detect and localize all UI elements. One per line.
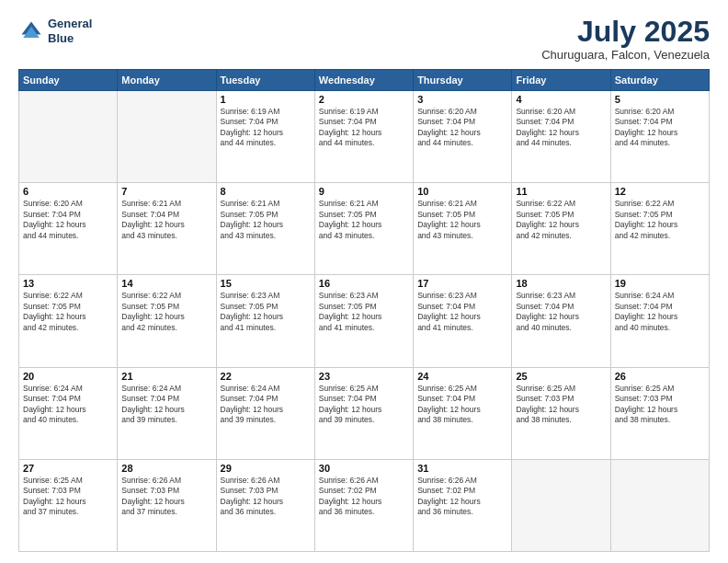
weekday-header: Saturday: [610, 70, 709, 91]
calendar-cell: 8Sunrise: 6:21 AM Sunset: 7:05 PM Daylig…: [216, 183, 314, 275]
weekday-header: Tuesday: [216, 70, 314, 91]
calendar-cell: 16Sunrise: 6:23 AM Sunset: 7:05 PM Dayli…: [314, 275, 413, 367]
title-block: July 2025 Churuguara, Falcon, Venezuela: [541, 17, 710, 62]
cell-info: Sunrise: 6:20 AM Sunset: 7:04 PM Dayligh…: [615, 107, 705, 149]
calendar-cell: 26Sunrise: 6:25 AM Sunset: 7:03 PM Dayli…: [610, 367, 709, 459]
logo-text: General Blue: [48, 17, 92, 45]
calendar-week-row: 6Sunrise: 6:20 AM Sunset: 7:04 PM Daylig…: [19, 183, 710, 275]
calendar-cell: [610, 459, 709, 551]
cell-info: Sunrise: 6:23 AM Sunset: 7:05 PM Dayligh…: [319, 291, 409, 333]
location: Churuguara, Falcon, Venezuela: [541, 48, 710, 62]
day-number: 13: [23, 278, 113, 289]
cell-info: Sunrise: 6:23 AM Sunset: 7:05 PM Dayligh…: [221, 291, 311, 333]
day-number: 25: [516, 371, 606, 382]
calendar-cell: 7Sunrise: 6:21 AM Sunset: 7:04 PM Daylig…: [118, 183, 216, 275]
cell-info: Sunrise: 6:22 AM Sunset: 7:05 PM Dayligh…: [23, 291, 113, 333]
day-number: 17: [417, 278, 507, 289]
month-title: July 2025: [541, 17, 710, 46]
calendar-week-row: 27Sunrise: 6:25 AM Sunset: 7:03 PM Dayli…: [19, 459, 710, 551]
cell-info: Sunrise: 6:24 AM Sunset: 7:04 PM Dayligh…: [221, 384, 311, 426]
day-number: 4: [516, 94, 606, 105]
weekday-header: Monday: [118, 70, 216, 91]
calendar-cell: 12Sunrise: 6:22 AM Sunset: 7:05 PM Dayli…: [610, 183, 709, 275]
cell-info: Sunrise: 6:21 AM Sunset: 7:05 PM Dayligh…: [417, 199, 507, 241]
day-number: 29: [221, 463, 311, 474]
calendar-week-row: 1Sunrise: 6:19 AM Sunset: 7:04 PM Daylig…: [19, 91, 710, 183]
calendar-table: SundayMondayTuesdayWednesdayThursdayFrid…: [18, 69, 710, 552]
cell-info: Sunrise: 6:26 AM Sunset: 7:03 PM Dayligh…: [221, 476, 311, 518]
cell-info: Sunrise: 6:22 AM Sunset: 7:05 PM Dayligh…: [121, 291, 211, 333]
day-number: 16: [319, 278, 409, 289]
calendar-cell: [19, 91, 118, 183]
cell-info: Sunrise: 6:24 AM Sunset: 7:04 PM Dayligh…: [23, 384, 113, 426]
calendar-cell: 10Sunrise: 6:21 AM Sunset: 7:05 PM Dayli…: [414, 183, 512, 275]
day-number: 1: [221, 94, 311, 105]
calendar-cell: 30Sunrise: 6:26 AM Sunset: 7:02 PM Dayli…: [314, 459, 413, 551]
logo: General Blue: [18, 17, 92, 45]
calendar-cell: [512, 459, 610, 551]
cell-info: Sunrise: 6:20 AM Sunset: 7:04 PM Dayligh…: [417, 107, 507, 149]
cell-info: Sunrise: 6:19 AM Sunset: 7:04 PM Dayligh…: [221, 107, 311, 149]
calendar-header-row: SundayMondayTuesdayWednesdayThursdayFrid…: [19, 70, 710, 91]
page: General Blue July 2025 Churuguara, Falco…: [0, 0, 728, 563]
calendar-cell: 3Sunrise: 6:20 AM Sunset: 7:04 PM Daylig…: [414, 91, 512, 183]
calendar-cell: 14Sunrise: 6:22 AM Sunset: 7:05 PM Dayli…: [118, 275, 216, 367]
day-number: 2: [319, 94, 409, 105]
cell-info: Sunrise: 6:24 AM Sunset: 7:04 PM Dayligh…: [121, 384, 211, 426]
day-number: 8: [221, 186, 311, 197]
day-number: 24: [417, 371, 507, 382]
cell-info: Sunrise: 6:26 AM Sunset: 7:02 PM Dayligh…: [319, 476, 409, 518]
header: General Blue July 2025 Churuguara, Falco…: [18, 17, 710, 62]
day-number: 5: [615, 94, 705, 105]
calendar-cell: 2Sunrise: 6:19 AM Sunset: 7:04 PM Daylig…: [314, 91, 413, 183]
calendar-cell: 28Sunrise: 6:26 AM Sunset: 7:03 PM Dayli…: [118, 459, 216, 551]
weekday-header: Friday: [512, 70, 610, 91]
cell-info: Sunrise: 6:21 AM Sunset: 7:05 PM Dayligh…: [319, 199, 409, 241]
cell-info: Sunrise: 6:22 AM Sunset: 7:05 PM Dayligh…: [516, 199, 606, 241]
cell-info: Sunrise: 6:20 AM Sunset: 7:04 PM Dayligh…: [23, 199, 113, 241]
calendar-cell: 1Sunrise: 6:19 AM Sunset: 7:04 PM Daylig…: [216, 91, 314, 183]
cell-info: Sunrise: 6:25 AM Sunset: 7:04 PM Dayligh…: [417, 384, 507, 426]
cell-info: Sunrise: 6:24 AM Sunset: 7:04 PM Dayligh…: [615, 291, 705, 333]
cell-info: Sunrise: 6:19 AM Sunset: 7:04 PM Dayligh…: [319, 107, 409, 149]
day-number: 3: [417, 94, 507, 105]
cell-info: Sunrise: 6:25 AM Sunset: 7:04 PM Dayligh…: [319, 384, 409, 426]
calendar-cell: 24Sunrise: 6:25 AM Sunset: 7:04 PM Dayli…: [414, 367, 512, 459]
cell-info: Sunrise: 6:23 AM Sunset: 7:04 PM Dayligh…: [417, 291, 507, 333]
calendar-week-row: 13Sunrise: 6:22 AM Sunset: 7:05 PM Dayli…: [19, 275, 710, 367]
day-number: 21: [121, 371, 211, 382]
weekday-header: Thursday: [414, 70, 512, 91]
cell-info: Sunrise: 6:21 AM Sunset: 7:04 PM Dayligh…: [121, 199, 211, 241]
calendar-cell: 6Sunrise: 6:20 AM Sunset: 7:04 PM Daylig…: [19, 183, 118, 275]
day-number: 6: [23, 186, 113, 197]
day-number: 18: [516, 278, 606, 289]
calendar-cell: 11Sunrise: 6:22 AM Sunset: 7:05 PM Dayli…: [512, 183, 610, 275]
cell-info: Sunrise: 6:25 AM Sunset: 7:03 PM Dayligh…: [516, 384, 606, 426]
calendar-cell: 4Sunrise: 6:20 AM Sunset: 7:04 PM Daylig…: [512, 91, 610, 183]
day-number: 11: [516, 186, 606, 197]
day-number: 14: [121, 278, 211, 289]
calendar-cell: 21Sunrise: 6:24 AM Sunset: 7:04 PM Dayli…: [118, 367, 216, 459]
cell-info: Sunrise: 6:20 AM Sunset: 7:04 PM Dayligh…: [516, 107, 606, 149]
day-number: 9: [319, 186, 409, 197]
day-number: 31: [417, 463, 507, 474]
calendar-cell: 13Sunrise: 6:22 AM Sunset: 7:05 PM Dayli…: [19, 275, 118, 367]
weekday-header: Sunday: [19, 70, 118, 91]
calendar-cell: [118, 91, 216, 183]
cell-info: Sunrise: 6:25 AM Sunset: 7:03 PM Dayligh…: [23, 476, 113, 518]
calendar-cell: 18Sunrise: 6:23 AM Sunset: 7:04 PM Dayli…: [512, 275, 610, 367]
day-number: 23: [319, 371, 409, 382]
calendar-cell: 25Sunrise: 6:25 AM Sunset: 7:03 PM Dayli…: [512, 367, 610, 459]
calendar-cell: 23Sunrise: 6:25 AM Sunset: 7:04 PM Dayli…: [314, 367, 413, 459]
day-number: 7: [121, 186, 211, 197]
calendar-cell: 31Sunrise: 6:26 AM Sunset: 7:02 PM Dayli…: [414, 459, 512, 551]
calendar-cell: 17Sunrise: 6:23 AM Sunset: 7:04 PM Dayli…: [414, 275, 512, 367]
day-number: 30: [319, 463, 409, 474]
calendar-cell: 15Sunrise: 6:23 AM Sunset: 7:05 PM Dayli…: [216, 275, 314, 367]
cell-info: Sunrise: 6:21 AM Sunset: 7:05 PM Dayligh…: [221, 199, 311, 241]
calendar-cell: 5Sunrise: 6:20 AM Sunset: 7:04 PM Daylig…: [610, 91, 709, 183]
logo-icon: [18, 18, 44, 44]
calendar-cell: 20Sunrise: 6:24 AM Sunset: 7:04 PM Dayli…: [19, 367, 118, 459]
calendar-cell: 29Sunrise: 6:26 AM Sunset: 7:03 PM Dayli…: [216, 459, 314, 551]
calendar-cell: 27Sunrise: 6:25 AM Sunset: 7:03 PM Dayli…: [19, 459, 118, 551]
